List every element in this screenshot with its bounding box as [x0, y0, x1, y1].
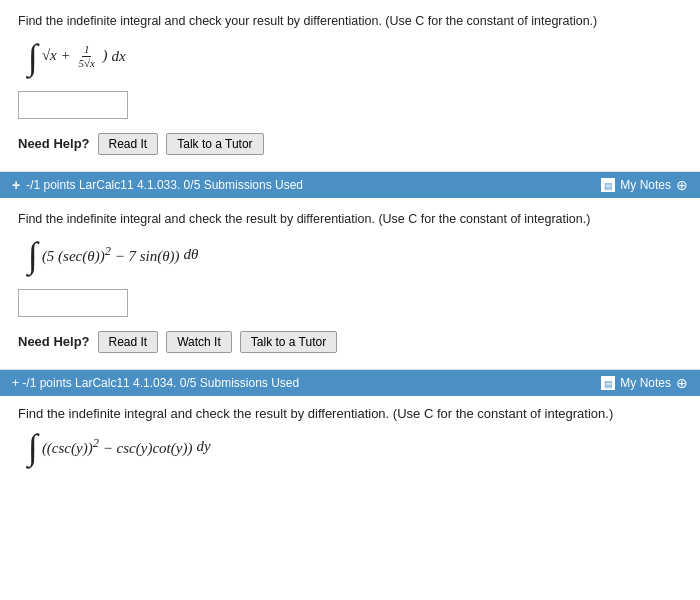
sqrt-x: √x — [42, 47, 57, 63]
section-2-content: Find the indefinite integral and check t… — [0, 198, 700, 370]
read-it-button-2[interactable]: Read It — [98, 331, 159, 353]
plus-notes-1: ⊕ — [676, 177, 688, 193]
integral-display-2: ∫ (5 (sec(θ))2 − 7 sin(θ)) dθ — [28, 237, 682, 273]
answer-input-2[interactable] — [18, 283, 682, 327]
talk-to-tutor-button-2[interactable]: Talk to a Tutor — [240, 331, 337, 353]
expand-icon-2[interactable]: + — [12, 376, 19, 390]
need-help-label-1: Need Help? — [18, 136, 90, 151]
need-help-row-1: Need Help? Read It Talk to a Tutor — [18, 133, 682, 155]
blue-bar-2: + -/1 points LarCalc11 4.1.034. 0/5 Subm… — [0, 370, 700, 396]
my-notes-label-2: My Notes — [620, 376, 671, 390]
my-notes-label-1: My Notes — [620, 178, 671, 192]
integral-display-1: ∫ √x + 1 5√x ) dx — [28, 39, 682, 75]
problem-text-3: Find the indefinite integral and check t… — [18, 406, 682, 421]
read-it-button-1[interactable]: Read It — [98, 133, 159, 155]
talk-to-tutor-button-1[interactable]: Talk to a Tutor — [166, 133, 263, 155]
problem-text-2: Find the indefinite integral and check t… — [18, 210, 682, 229]
page-wrapper: Find the indefinite integral and check y… — [0, 0, 700, 600]
integral-symbol-3: ∫ — [28, 429, 38, 465]
bar-text-2: -/1 points LarCalc11 4.1.034. 0/5 Submis… — [22, 376, 299, 390]
blue-bar-1: + -/1 points LarCalc11 4.1.033. 0/5 Subm… — [0, 172, 700, 198]
integral-display-3: ∫ ((csc(y))2 − csc(y)cot(y)) dy — [28, 429, 682, 465]
my-notes-button-2[interactable]: ▤ My Notes ⊕ — [601, 375, 688, 391]
notes-icon-1: ▤ — [601, 178, 615, 192]
notes-icon-2: ▤ — [601, 376, 615, 390]
section-3-content: Find the indefinite integral and check t… — [0, 396, 700, 487]
problem-text-1: Find the indefinite integral and check y… — [18, 12, 682, 31]
need-help-row-2: Need Help? Read It Watch It Talk to a Tu… — [18, 331, 682, 353]
need-help-label-2: Need Help? — [18, 334, 90, 349]
section-1-content: Find the indefinite integral and check y… — [0, 0, 700, 172]
plus-notes-2: ⊕ — [676, 375, 688, 391]
bar-info-2: + -/1 points LarCalc11 4.1.034. 0/5 Subm… — [12, 376, 299, 390]
bar-text-1: -/1 points LarCalc11 4.1.033. 0/5 Submis… — [26, 178, 303, 192]
bar-info-1: + -/1 points LarCalc11 4.1.033. 0/5 Subm… — [12, 177, 303, 193]
answer-input-1[interactable] — [18, 85, 682, 129]
fraction-1: 1 5√x — [76, 43, 96, 70]
my-notes-button-1[interactable]: ▤ My Notes ⊕ — [601, 177, 688, 193]
expand-icon-1[interactable]: + — [12, 177, 20, 193]
watch-it-button-2[interactable]: Watch It — [166, 331, 232, 353]
integral-symbol-2: ∫ — [28, 237, 38, 273]
integral-symbol-1: ∫ — [28, 39, 38, 75]
